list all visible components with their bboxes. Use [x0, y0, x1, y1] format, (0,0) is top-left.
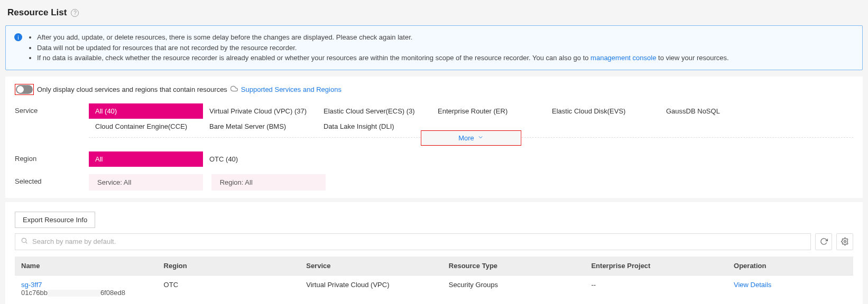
svg-point-2	[844, 241, 846, 243]
highlight-toggle	[15, 84, 34, 95]
service-chip-dli[interactable]: Data Lake Insight (DLI)	[317, 119, 431, 134]
col-name: Name	[15, 256, 158, 276]
col-type: Resource Type	[442, 256, 585, 276]
export-resource-info-button[interactable]: Export Resource Info	[15, 212, 95, 228]
service-chip-vpc[interactable]: Virtual Private Cloud (VPC) (37)	[203, 103, 317, 119]
more-services-button[interactable]: More	[421, 131, 521, 145]
refresh-button[interactable]	[815, 233, 832, 250]
cloud-export-icon	[230, 85, 238, 94]
chevron-down-icon	[477, 134, 484, 142]
info-line-1: After you add, update, or delete resourc…	[37, 32, 729, 43]
search-icon	[21, 237, 28, 246]
region-chip-all[interactable]: All	[89, 151, 203, 167]
highlight-more: More	[421, 130, 521, 146]
cell-type: Security Groups	[442, 275, 585, 302]
col-region: Region	[158, 256, 300, 276]
selected-region-pill: Region: All	[211, 174, 326, 191]
service-chip-evs[interactable]: Elastic Cloud Disk(EVS)	[546, 103, 660, 119]
svg-point-0	[22, 238, 26, 242]
search-input[interactable]	[32, 238, 805, 245]
col-service: Service	[300, 256, 442, 276]
service-chip-er[interactable]: Enterprise Router (ER)	[431, 103, 546, 119]
cell-project: --	[585, 275, 727, 302]
selected-service-pill: Service: All	[89, 174, 203, 191]
service-chip-all[interactable]: All (40)	[89, 103, 203, 119]
service-filter-label: Service	[15, 103, 89, 115]
info-banner: i After you add, update, or delete resou…	[5, 25, 863, 70]
info-line-2: Data will not be updated for resources t…	[37, 43, 729, 53]
cell-service: Virtual Private Cloud (VPC)	[300, 275, 442, 302]
service-chip-bms[interactable]: Bare Metal Server (BMS)	[203, 119, 317, 134]
only-contain-resources-toggle[interactable]	[16, 85, 33, 94]
cell-region: OTC	[158, 275, 300, 302]
service-chip-gaussdb[interactable]: GaussDB NoSQL	[660, 103, 774, 119]
region-filter-label: Region	[15, 151, 89, 163]
selected-filter-label: Selected	[15, 174, 89, 185]
region-chip-otc[interactable]: OTC (40)	[203, 151, 317, 167]
svg-line-1	[26, 242, 27, 244]
resource-id: 01c76bb6f08ed8	[21, 289, 125, 297]
col-project: Enterprise Project	[585, 256, 727, 276]
help-icon[interactable]: ?	[71, 9, 79, 17]
view-details-link[interactable]: View Details	[734, 281, 771, 289]
toggle-label: Only display cloud services and regions …	[37, 86, 227, 93]
supported-services-link[interactable]: Supported Services and Regions	[241, 86, 341, 93]
resource-name-link[interactable]: sg-3ff7	[21, 281, 151, 289]
table-row: sg-3ff7 01c76bb6f08ed8 OTC Virtual Priva…	[15, 275, 853, 302]
col-operation: Operation	[727, 256, 853, 276]
service-chip-ecs[interactable]: Elastic Cloud Server(ECS) (3)	[317, 103, 431, 119]
redacted-id	[48, 290, 100, 297]
settings-button[interactable]	[836, 233, 853, 250]
page-title: Resource List	[7, 7, 67, 18]
search-box[interactable]	[15, 233, 811, 250]
info-line-3: If no data is available, check whether t…	[37, 53, 729, 63]
service-chip-cce[interactable]: Cloud Container Engine(CCE)	[89, 119, 203, 134]
management-console-link[interactable]: management console	[590, 54, 656, 62]
info-icon: i	[14, 33, 22, 41]
